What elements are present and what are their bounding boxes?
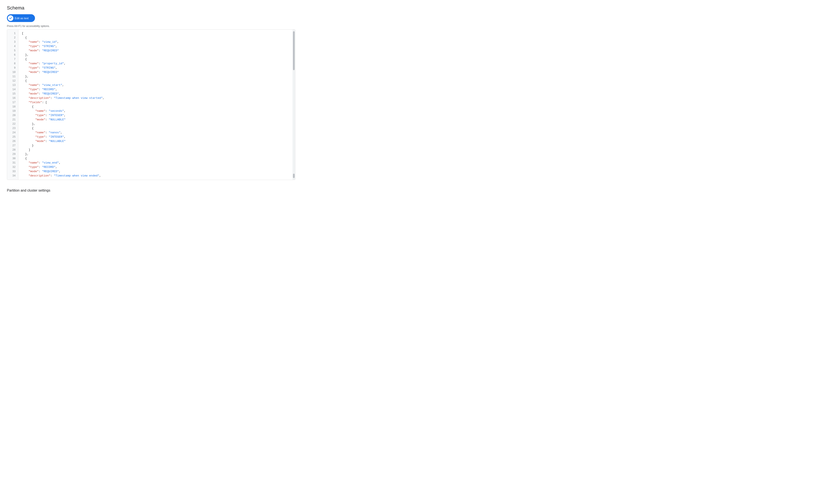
edit-as-text-toggle[interactable]: Edit as text: [7, 14, 35, 22]
token-key: "name": [22, 40, 39, 44]
token-key: "type": [22, 113, 45, 118]
token-punct: ,: [56, 87, 57, 92]
page-title: Schema: [7, 5, 295, 11]
token-punct: :: [45, 130, 49, 135]
token-key: "mode": [22, 118, 45, 122]
token-str-val: "INTEGER": [49, 135, 64, 139]
token-key: "mode": [22, 169, 39, 174]
token-bracket: {: [22, 105, 34, 109]
token-punct: :: [39, 92, 42, 96]
line-number: 30: [7, 156, 18, 161]
line-numbers: 1234567891011121314151617181920212223242…: [7, 30, 19, 180]
code-line: },: [22, 152, 292, 156]
token-key: "mode": [22, 70, 39, 74]
code-line: "type": "RECORD",: [22, 87, 292, 92]
token-key: "name": [22, 130, 45, 135]
token-str-val: "view_end": [42, 161, 59, 165]
token-key: "type": [22, 66, 39, 70]
token-bracket: {: [22, 36, 27, 40]
token-punct: :: [45, 109, 49, 113]
token-str-val: "REQUIRED": [42, 92, 59, 96]
token-key: "name": [22, 109, 45, 113]
code-line: "type": "INTEGER",: [22, 135, 292, 139]
line-number: 2: [7, 36, 18, 40]
token-punct: :: [45, 118, 49, 122]
token-punct: :: [39, 169, 42, 174]
code-line: [: [22, 31, 292, 36]
code-line: "name": "property_id",: [22, 62, 292, 66]
line-number: 22: [7, 122, 18, 126]
token-punct: :: [39, 161, 42, 165]
token-punct: :: [50, 174, 54, 178]
code-line: },: [22, 74, 292, 79]
code-content[interactable]: [ { "name": "view_id", "type": "STRING",…: [19, 30, 295, 180]
token-str-val: "property_id": [42, 62, 64, 66]
token-punct: :: [39, 66, 42, 70]
code-line: {: [22, 57, 292, 62]
token-punct: ,: [64, 135, 66, 139]
line-number: 34: [7, 174, 18, 178]
code-line: "type": "INTEGER",: [22, 113, 292, 118]
token-str-val: "REQUIRED": [42, 48, 59, 53]
token-str-val: "REQUIRED": [42, 169, 59, 174]
token-punct: :: [39, 40, 42, 44]
line-number: 19: [7, 109, 18, 113]
token-punct: ,: [62, 83, 64, 87]
code-line: },: [22, 53, 292, 57]
token-punct: ,: [57, 40, 59, 44]
line-number: 17: [7, 100, 18, 105]
token-bracket: }: [22, 74, 27, 79]
code-line: }: [22, 144, 292, 148]
vertical-scrollbar[interactable]: [292, 30, 295, 180]
scrollbar-bottom-thumb[interactable]: [293, 174, 295, 178]
token-key: "type": [22, 44, 39, 48]
line-number: 1: [7, 31, 18, 36]
token-punct: ,: [56, 165, 57, 169]
token-punct: :: [39, 165, 42, 169]
line-number: 3: [7, 40, 18, 44]
line-number: 15: [7, 92, 18, 96]
token-punct: ,: [34, 122, 35, 126]
code-line: ]: [22, 148, 292, 152]
token-str-val: "REQUIRED": [42, 70, 59, 74]
token-bracket: }: [22, 122, 34, 126]
token-punct: ,: [27, 152, 29, 156]
token-key: "description": [22, 174, 50, 178]
line-number: 8: [7, 62, 18, 66]
token-bracket: }: [22, 53, 27, 57]
code-line: "name": "view_start",: [22, 83, 292, 87]
code-line: {: [22, 36, 292, 40]
token-bracket: {: [22, 156, 27, 161]
code-line: {: [22, 156, 292, 161]
token-punct: ,: [61, 130, 62, 135]
token-str-val: "nanos": [49, 130, 61, 135]
token-punct: :: [39, 44, 42, 48]
token-punct: :: [50, 96, 54, 100]
line-number: 5: [7, 48, 18, 53]
code-line: "mode": "REQUIRED",: [22, 169, 292, 174]
token-str-val: "INTEGER": [49, 113, 64, 118]
toggle-row: Edit as text: [7, 14, 295, 22]
code-line: "name": "view_end",: [22, 161, 292, 165]
code-line: "name": "nanos",: [22, 130, 292, 135]
code-line: "mode": "NULLABLE": [22, 118, 292, 122]
token-punct: ,: [103, 96, 104, 100]
token-punct: ,: [99, 174, 101, 178]
line-number: 14: [7, 87, 18, 92]
token-key: "mode": [22, 139, 45, 144]
code-editor[interactable]: 1234567891011121314151617181920212223242…: [7, 29, 295, 180]
code-line: "description": "Timestamp when view ende…: [22, 174, 292, 178]
token-str-val: "Timestamp when view started": [54, 96, 103, 100]
token-bracket: {: [22, 57, 27, 62]
line-number: 26: [7, 139, 18, 144]
line-number: 10: [7, 70, 18, 74]
line-number: 20: [7, 113, 18, 118]
page-container: Schema Edit as text Press Alt+F1 for acc…: [0, 0, 302, 198]
code-line: "type": "RECORD",: [22, 165, 292, 169]
scrollbar-thumb[interactable]: [293, 31, 295, 70]
token-punct: ,: [27, 53, 29, 57]
token-key: "mode": [22, 48, 39, 53]
token-punct: :: [45, 135, 49, 139]
code-line: {: [22, 79, 292, 83]
token-bracket: }: [22, 152, 27, 156]
